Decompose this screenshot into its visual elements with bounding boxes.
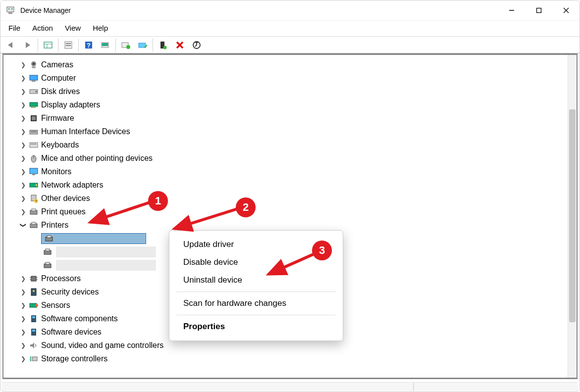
expand-icon[interactable]: ❯: [18, 208, 28, 215]
mouse-icon: [28, 153, 39, 163]
disable-device-button[interactable]: [135, 38, 150, 52]
horizontal-scrollbar[interactable]: [2, 382, 578, 391]
expand-icon[interactable]: ❯: [18, 195, 28, 202]
expand-icon[interactable]: ❯: [18, 155, 28, 162]
tree-item-cameras[interactable]: ❯ Cameras: [8, 58, 577, 71]
svg-rect-13: [66, 45, 71, 46]
show-hide-tree-button[interactable]: [41, 38, 55, 52]
svg-rect-0: [7, 7, 14, 12]
tree-item-other[interactable]: ❯ ? Other devices: [8, 192, 577, 205]
svg-rect-1: [8, 12, 12, 14]
svg-rect-57: [32, 222, 36, 224]
back-button[interactable]: [3, 38, 18, 52]
tree-item-display-adapters[interactable]: ❯ Display adapters: [8, 98, 577, 111]
expand-icon[interactable]: ❯: [18, 302, 28, 309]
scan-changes-button[interactable]: [189, 38, 204, 52]
callout-3: 3: [312, 241, 332, 260]
vertical-scrollbar[interactable]: [568, 55, 577, 378]
svg-rect-47: [30, 168, 38, 174]
expand-icon[interactable]: ❯: [18, 128, 28, 135]
svg-rect-12: [66, 43, 71, 44]
svg-point-72: [35, 304, 38, 307]
svg-text:?: ?: [87, 42, 91, 49]
close-button[interactable]: [552, 0, 580, 20]
firmware-icon: [28, 113, 39, 123]
computer-icon: [28, 73, 39, 83]
update-driver-button[interactable]: [118, 38, 133, 52]
tree-item-mice[interactable]: ❯ Mice and other pointing devices: [8, 151, 577, 165]
toolbar: ?: [0, 37, 580, 53]
minimize-button[interactable]: [498, 0, 525, 20]
help-button[interactable]: ?: [81, 38, 96, 52]
svg-point-32: [36, 91, 37, 92]
svg-text:?: ?: [35, 199, 37, 203]
expand-icon[interactable]: ❯: [18, 142, 28, 148]
svg-rect-20: [139, 43, 146, 48]
tree-item-disk-drives[interactable]: ❯ Disk drives: [8, 85, 577, 98]
tree-item-printers[interactable]: ❯ Printers: [8, 218, 577, 232]
svg-rect-33: [30, 102, 38, 106]
svg-rect-17: [102, 43, 108, 46]
svg-rect-30: [32, 81, 36, 82]
tree-item-print-queues[interactable]: ❯ Print queues: [8, 205, 577, 218]
print-queue-icon: [28, 207, 39, 217]
content-area: ❯ Cameras ❯ Computer ❯ Disk drives ❯ Dis…: [2, 53, 578, 379]
vertical-scroll-thumb[interactable]: [569, 109, 576, 322]
tree-item-keyboards[interactable]: ❯ Keyboards: [8, 138, 577, 151]
svg-point-2: [8, 8, 10, 10]
svg-rect-76: [32, 330, 35, 332]
menu-help[interactable]: Help: [91, 23, 110, 33]
expand-icon[interactable]: ❯: [18, 182, 28, 189]
collapse-icon[interactable]: ❯: [20, 220, 27, 230]
enable-device-button[interactable]: [156, 38, 170, 52]
menu-file[interactable]: File: [6, 23, 22, 33]
expand-icon[interactable]: ❯: [18, 355, 28, 362]
svg-point-22: [163, 46, 167, 49]
expand-icon[interactable]: ❯: [18, 315, 28, 322]
uninstall-device-button[interactable]: [172, 38, 187, 52]
app-icon: [5, 5, 15, 15]
security-icon: [28, 287, 39, 297]
tree-item-computer[interactable]: ❯ Computer: [8, 71, 577, 85]
hid-icon: [28, 127, 39, 137]
sensor-icon: [28, 300, 39, 310]
cm-uninstall-device[interactable]: Uninstall device: [169, 271, 343, 289]
svg-rect-28: [32, 66, 36, 68]
other-devices-icon: ?: [28, 194, 39, 203]
svg-rect-40: [30, 143, 38, 147]
forward-button[interactable]: [20, 38, 35, 52]
display-adapter-icon: [28, 100, 39, 110]
callout-2: 2: [236, 197, 256, 217]
expand-icon[interactable]: ❯: [18, 275, 28, 282]
processor-icon: [28, 274, 39, 284]
cm-scan-hardware[interactable]: Scan for hardware changes: [169, 294, 343, 312]
svg-rect-34: [31, 107, 36, 108]
svg-rect-50: [36, 184, 37, 186]
expand-icon[interactable]: ❯: [18, 289, 28, 295]
expand-icon[interactable]: ❯: [18, 168, 28, 175]
expand-icon[interactable]: ❯: [18, 101, 28, 108]
tree-item-firmware[interactable]: ❯ Firmware: [8, 111, 577, 125]
maximize-button[interactable]: [525, 0, 552, 20]
menu-action[interactable]: Action: [30, 23, 55, 33]
expand-icon[interactable]: ❯: [18, 88, 28, 95]
callout-1: 1: [148, 191, 168, 211]
tree-item-hid[interactable]: ❯ Human Interface Devices: [8, 125, 577, 138]
tree-item-network[interactable]: ❯ Network adapters: [8, 178, 577, 192]
svg-rect-5: [536, 8, 541, 13]
expand-icon[interactable]: ❯: [18, 75, 28, 82]
svg-rect-77: [32, 357, 37, 361]
tree-item-storage[interactable]: ❯ Storage controllers: [8, 352, 577, 365]
expand-icon[interactable]: ❯: [18, 115, 28, 122]
expand-icon[interactable]: ❯: [18, 329, 28, 336]
scan-hardware-button[interactable]: [98, 38, 113, 52]
tree-item-monitors[interactable]: ❯ Monitors: [8, 165, 577, 178]
cm-properties[interactable]: Properties: [169, 318, 343, 336]
expand-icon[interactable]: ❯: [18, 61, 28, 68]
properties-button[interactable]: [61, 38, 76, 52]
sound-icon: [28, 341, 39, 350]
svg-rect-64: [31, 276, 36, 281]
expand-icon[interactable]: ❯: [18, 342, 28, 349]
svg-rect-59: [47, 236, 51, 238]
menu-view[interactable]: View: [63, 23, 83, 33]
